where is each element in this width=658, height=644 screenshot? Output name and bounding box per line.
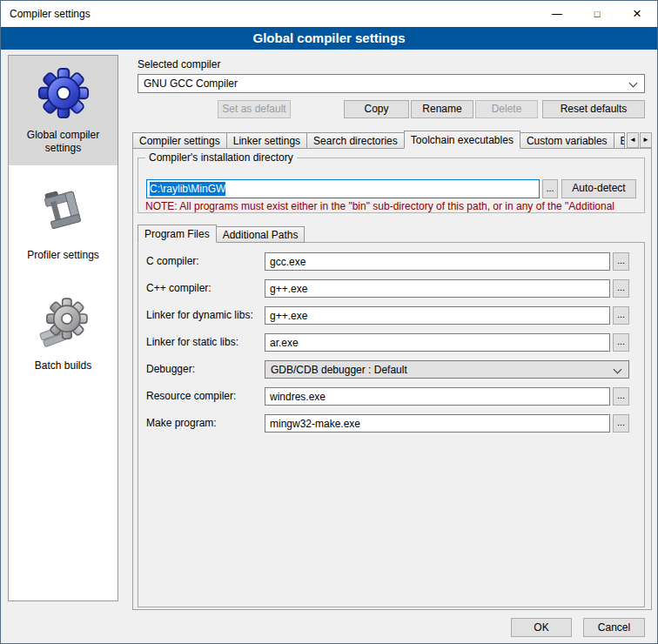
field-row-linker-dynamic: Linker for dynamic libs: ... — [146, 306, 630, 325]
sidebar-item-batch-builds[interactable]: Batch builds — [9, 286, 118, 383]
linker-dynamic-label: Linker for dynamic libs: — [146, 306, 253, 325]
linker-dynamic-input[interactable] — [265, 306, 610, 325]
window-title: Compiler settings — [1, 8, 91, 20]
tab-build-options[interactable]: Build — [614, 132, 625, 149]
chevron-down-icon — [629, 79, 638, 88]
tab-scroll-left-button[interactable]: ◄ — [627, 132, 639, 148]
caption-buttons: — □ × — [537, 1, 657, 27]
debugger-select-value: GDB/CDB debugger : Default — [271, 364, 407, 376]
close-button[interactable]: × — [617, 1, 657, 27]
make-program-label: Make program: — [146, 414, 217, 433]
reset-defaults-button[interactable]: Reset defaults — [542, 100, 645, 118]
debugger-select[interactable]: GDB/CDB debugger : Default — [265, 360, 629, 379]
compiler-settings-window: Compiler settings — □ × Global compiler … — [0, 0, 658, 644]
copy-button[interactable]: Copy — [344, 100, 409, 118]
gear-blue-icon — [37, 66, 91, 120]
linker-static-browse-button[interactable]: ... — [613, 333, 629, 352]
program-files-tabstrip: Program Files Additional Paths — [138, 225, 305, 243]
tab-scroll-right-button[interactable]: ► — [640, 132, 652, 148]
minimize-button[interactable]: — — [537, 1, 577, 27]
resource-compiler-input[interactable] — [265, 387, 610, 406]
tab-compiler-settings[interactable]: Compiler settings — [132, 132, 227, 149]
page-title: Global compiler settings — [1, 27, 657, 50]
install-dir-note: NOTE: All programs must exist either in … — [145, 200, 643, 212]
sidebar-item-label: Batch builds — [35, 359, 91, 372]
profiler-tool-icon — [37, 186, 90, 240]
installation-directory-group-title: Compiler's installation directory — [145, 151, 297, 164]
tab-linker-settings[interactable]: Linker settings — [226, 132, 307, 149]
linker-static-input[interactable] — [265, 333, 610, 352]
sidebar-item-label: Global compiler settings — [10, 129, 116, 155]
close-icon: × — [633, 5, 641, 23]
set-as-default-button: Set as default — [218, 100, 291, 118]
field-row-debugger: Debugger: GDB/CDB debugger : Default — [146, 360, 630, 379]
sidebar-item-profiler-settings[interactable]: Profiler settings — [9, 176, 118, 272]
settings-category-list: Global compiler settings Profiler settin… — [8, 55, 118, 601]
maximize-button[interactable]: □ — [577, 1, 617, 27]
selected-compiler-label: Selected compiler — [138, 58, 220, 70]
c-compiler-input[interactable] — [265, 252, 610, 271]
cancel-button[interactable]: Cancel — [583, 618, 645, 637]
minimize-icon: — — [552, 10, 562, 18]
linker-static-label: Linker for static libs: — [146, 333, 238, 352]
linker-dynamic-browse-button[interactable]: ... — [613, 306, 629, 325]
tab-toolchain-executables[interactable]: Toolchain executables — [404, 131, 520, 149]
make-program-input[interactable] — [265, 414, 610, 433]
resource-compiler-label: Resource compiler: — [146, 387, 236, 406]
install-dir-selected-text: C:\raylib\MinGW — [150, 182, 225, 196]
field-row-cpp-compiler: C++ compiler: ... — [146, 279, 630, 299]
maximize-icon: □ — [594, 9, 601, 19]
compiler-select-value: GNU GCC Compiler — [144, 77, 238, 90]
delete-button: Delete — [475, 100, 538, 118]
compiler-select[interactable]: GNU GCC Compiler — [138, 74, 645, 93]
tab-program-files[interactable]: Program Files — [138, 225, 217, 243]
install-dir-input[interactable]: C:\raylib\MinGW — [146, 179, 540, 198]
c-compiler-browse-button[interactable]: ... — [613, 252, 629, 271]
resource-compiler-browse-button[interactable]: ... — [613, 387, 629, 406]
field-row-resource-compiler: Resource compiler: ... — [146, 387, 630, 406]
tab-custom-variables[interactable]: Custom variables — [520, 132, 614, 149]
titlebar: Compiler settings — □ × — [1, 1, 657, 27]
debugger-label: Debugger: — [146, 360, 195, 379]
chevron-down-icon — [614, 366, 622, 374]
field-row-c-compiler: C compiler: ... — [146, 252, 630, 272]
gears-gray-icon — [37, 297, 91, 351]
rename-button[interactable]: Rename — [411, 100, 473, 118]
sidebar-item-label: Profiler settings — [27, 249, 99, 262]
c-compiler-label: C compiler: — [146, 252, 199, 271]
tab-search-directories[interactable]: Search directories — [306, 132, 405, 149]
settings-tabstrip: Compiler settings Linker settings Search… — [132, 131, 625, 149]
cpp-compiler-input[interactable] — [265, 279, 610, 298]
field-row-linker-static: Linker for static libs: ... — [146, 333, 630, 352]
make-program-browse-button[interactable]: ... — [613, 414, 629, 433]
cpp-compiler-label: C++ compiler: — [146, 279, 212, 298]
cpp-compiler-browse-button[interactable]: ... — [613, 279, 629, 298]
field-row-make-program: Make program: ... — [146, 414, 630, 433]
sidebar-item-global-compiler-settings[interactable]: Global compiler settings — [9, 56, 118, 165]
tab-additional-paths[interactable]: Additional Paths — [216, 226, 306, 243]
ok-button[interactable]: OK — [511, 618, 572, 637]
